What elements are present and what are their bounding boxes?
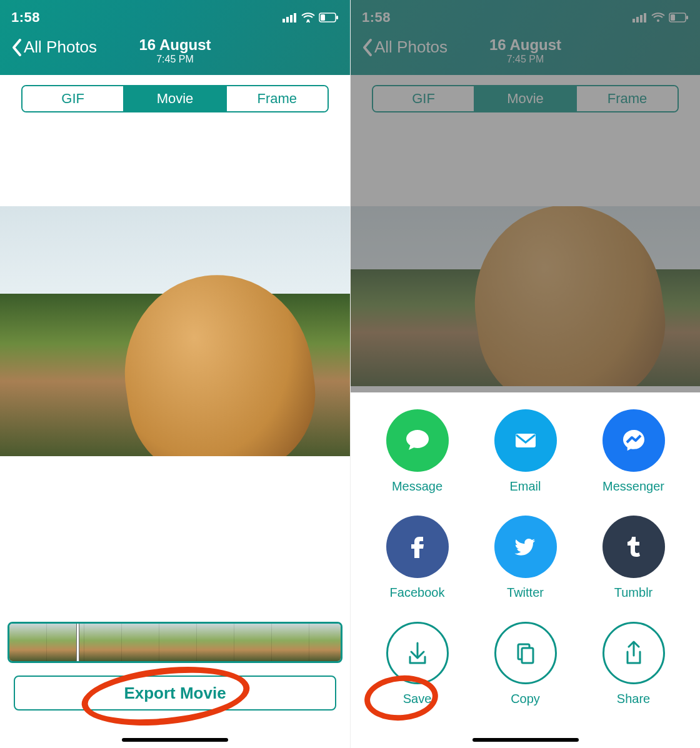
share-email-button[interactable]: Email (494, 409, 557, 494)
svg-rect-2 (290, 15, 292, 22)
back-button[interactable]: All Photos (11, 37, 97, 57)
share-copy-button[interactable]: Copy (494, 622, 557, 706)
svg-rect-15 (686, 16, 688, 19)
chevron-left-icon (11, 38, 22, 57)
svg-rect-19 (522, 648, 533, 663)
home-indicator[interactable] (472, 738, 579, 742)
share-save-label: Save (403, 692, 432, 706)
wifi-icon (301, 12, 315, 22)
svg-rect-1 (286, 17, 289, 22)
segment-frame[interactable]: Frame (576, 86, 678, 111)
svg-point-4 (307, 19, 309, 22)
message-icon (386, 409, 449, 472)
battery-icon (669, 12, 689, 22)
cellular-icon (632, 12, 648, 22)
svg-rect-0 (282, 19, 285, 22)
timeline-frame (159, 624, 197, 661)
battery-icon (319, 12, 339, 22)
photo-preview[interactable] (351, 206, 700, 386)
photo-preview[interactable] (0, 206, 350, 456)
status-time: 1:58 (11, 9, 40, 26)
segmented-control: GIF Movie Frame (21, 85, 329, 112)
share-tumblr-label: Tumblr (614, 586, 652, 600)
svg-rect-7 (336, 16, 338, 19)
share-messenger-label: Messenger (602, 479, 664, 494)
export-movie-button[interactable]: Export Movie (14, 676, 336, 711)
screen-export: 1:58 16 August 7:45 PM All Photos GIF Mo… (0, 0, 350, 748)
svg-rect-10 (640, 15, 642, 22)
share-email-label: Email (509, 479, 541, 494)
svg-rect-9 (636, 17, 639, 22)
share-copy-label: Copy (511, 692, 540, 706)
messenger-icon (602, 409, 665, 472)
segmented-control-wrap: GIF Movie Frame (351, 75, 700, 112)
timeline-playhead[interactable] (77, 622, 79, 663)
home-indicator[interactable] (122, 738, 228, 742)
segmented-control: GIF Movie Frame (372, 85, 679, 112)
photo-subject-dog (112, 263, 326, 456)
timeline-frame (47, 624, 84, 661)
timeline-frame (9, 624, 47, 661)
photo-subject-dog (462, 206, 676, 386)
segment-gif[interactable]: GIF (373, 86, 474, 111)
share-save-button[interactable]: Save (386, 622, 449, 706)
share-twitter-button[interactable]: Twitter (494, 516, 557, 600)
twitter-icon (494, 516, 557, 578)
svg-rect-14 (671, 14, 675, 21)
svg-rect-3 (294, 13, 296, 22)
back-label: All Photos (374, 37, 448, 57)
share-facebook-button[interactable]: Facebook (386, 516, 449, 600)
tumblr-icon (602, 516, 665, 578)
back-button[interactable]: All Photos (362, 37, 448, 57)
segment-movie[interactable]: Movie (474, 86, 576, 111)
cellular-icon (282, 12, 298, 22)
email-icon (494, 409, 557, 472)
timeline-frame (122, 624, 159, 661)
share-message-button[interactable]: Message (386, 409, 449, 494)
svg-rect-6 (321, 14, 325, 21)
app-header: 1:58 16 August 7:45 PM All Photos (0, 0, 350, 75)
share-sheet: Message Email Messenger Facebook Twitter (351, 393, 700, 748)
app-header: 1:58 16 August 7:45 PM All Photos (351, 0, 700, 75)
status-bar: 1:58 (362, 9, 689, 26)
svg-point-12 (657, 19, 659, 22)
segment-frame[interactable]: Frame (226, 86, 328, 111)
facebook-icon (386, 516, 449, 578)
segment-gif[interactable]: GIF (22, 86, 123, 111)
status-bar: 1:58 (11, 9, 339, 26)
export-movie-label: Export Movie (124, 684, 226, 703)
video-timeline[interactable] (8, 622, 342, 663)
back-label: All Photos (24, 37, 97, 57)
segmented-control-wrap: GIF Movie Frame (0, 75, 350, 112)
timeline-frame (197, 624, 234, 661)
timeline-frame (272, 624, 309, 661)
share-icon (602, 622, 665, 684)
segment-movie[interactable]: Movie (123, 86, 225, 111)
share-share-button[interactable]: Share (602, 622, 665, 706)
wifi-icon (651, 12, 665, 22)
svg-rect-8 (632, 19, 635, 22)
status-time: 1:58 (362, 9, 391, 26)
screen-share-sheet: 1:58 16 August 7:45 PM All Photos GIF Mo… (350, 0, 700, 748)
share-twitter-label: Twitter (507, 586, 544, 600)
svg-rect-11 (644, 13, 646, 22)
timeline-frame (84, 624, 122, 661)
timeline-frame (234, 624, 272, 661)
share-facebook-label: Facebook (390, 586, 445, 600)
copy-icon (494, 622, 557, 684)
download-icon (386, 622, 449, 684)
status-icons (632, 12, 689, 22)
status-icons (282, 12, 339, 22)
chevron-left-icon (362, 38, 373, 57)
share-messenger-button[interactable]: Messenger (602, 409, 665, 494)
share-message-label: Message (392, 479, 442, 494)
share-tumblr-button[interactable]: Tumblr (602, 516, 665, 600)
share-share-label: Share (617, 692, 650, 706)
timeline-frame (309, 624, 342, 661)
